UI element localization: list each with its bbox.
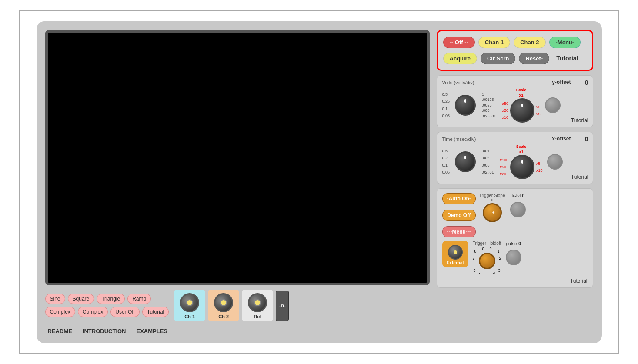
y-offset-label: y-offset [552, 79, 571, 85]
pulse-knob[interactable] [506, 250, 521, 265]
auto-on-button[interactable]: -Auto On- [442, 193, 476, 204]
channel-connectors: Ch 1 Ch 2 Ref -n- [174, 290, 289, 321]
menu-button[interactable]: -Menu- [549, 37, 581, 48]
complex2-button[interactable]: Complex [78, 307, 108, 317]
ref-knob[interactable] [248, 293, 267, 312]
volts-section: Volts (volts/div) y-offset 0 0.5 0.25 0.… [437, 75, 593, 127]
volts-knob-container [455, 95, 476, 116]
top-tutorial-label: Tutorial [556, 55, 578, 62]
triangle-button[interactable]: Triangle [97, 294, 125, 304]
holdoff-knob[interactable] [479, 253, 495, 269]
y-offset-knob-container [545, 97, 561, 113]
right-panel: -- Off -- Chan 1 Chan 2 -Menu- Acquire C… [437, 30, 593, 334]
ref-label: Ref [254, 314, 261, 319]
examples-link[interactable]: EXAMPLES [137, 328, 168, 334]
volts-knob[interactable] [455, 95, 476, 116]
scale-label: Scale [502, 88, 541, 92]
time-scale-left-mults: x100 x50 x20 [500, 158, 509, 176]
ch2-knob[interactable] [214, 293, 233, 312]
left-panel: Sine Square Triangle Ramp Complex Comple… [45, 30, 430, 334]
volts-left-scale: 0.5 0.25 0.1 0.05 [442, 92, 450, 118]
time-scale-knob-area: Scale x1 x100 x50 x20 x5 x10 [500, 144, 543, 179]
scale-left-mults: x50 x20 x10 [502, 101, 509, 120]
scale-x1: x1 [502, 93, 541, 97]
time-row: 0.5 0.2 0.1 0.05 .001 .002 .005 .02 .01 [442, 144, 588, 179]
n-button[interactable]: -n- [276, 291, 289, 321]
readme-link[interactable]: README [48, 328, 72, 334]
ch1-connector[interactable]: Ch 1 [174, 290, 205, 321]
time-tutorial-label: Tutorial [571, 174, 588, 180]
complex1-button[interactable]: Complex [45, 307, 75, 317]
ch1-label: Ch 1 [184, 314, 195, 319]
x-offset-knob-container [547, 154, 563, 170]
user-off-button[interactable]: User Off [110, 307, 139, 317]
clr-scrn-button[interactable]: Clr Scrn [481, 53, 516, 64]
ch1-knob[interactable] [180, 293, 199, 312]
chan2-button[interactable]: Chan 2 [514, 37, 545, 48]
trigger-menu-button[interactable]: ---Menu--- [442, 226, 476, 237]
x-offset-value: 0 [585, 136, 588, 143]
bottom-controls: Sine Square Triangle Ramp Complex Comple… [45, 290, 430, 321]
trigger-section: -Auto On- Demo Off ---Menu--- Trigger Sl… [437, 188, 593, 288]
time-knob-container [455, 151, 476, 172]
acquire-button[interactable]: Acquire [443, 53, 477, 64]
trigger-slope-value: 0 [491, 198, 493, 202]
trlvl-knob[interactable] [510, 202, 526, 217]
waveform-row-1: Sine Square Triangle Ramp [45, 294, 169, 304]
time-right-scale: .001 .002 .005 .02 .01 [482, 149, 494, 175]
bottom-nav: README INTRODUCTION EXAMPLES [45, 325, 430, 334]
scale-knob-row: x50 x20 x10 x2 x5 [502, 98, 541, 123]
volts-right-scale: 1 .00125 .0025 .005 .025 .01 [482, 92, 496, 118]
trigger-content: -Auto On- Demo Off ---Menu--- Trigger Sl… [442, 193, 588, 237]
introduction-link[interactable]: INTRODUCTION [83, 328, 126, 334]
trigger-slope-knob[interactable]: - + [483, 203, 502, 222]
chan1-button[interactable]: Chan 1 [478, 37, 510, 48]
scale-knob[interactable] [510, 98, 534, 123]
outer-border: Sine Square Triangle Ramp Complex Comple… [19, 10, 619, 354]
ch2-connector[interactable]: Ch 2 [208, 290, 239, 321]
time-scale-x1: x1 [500, 150, 543, 154]
trlvl-label: tr-lvl 0 [512, 193, 525, 198]
trigger-holdoff-area: Trigger Holdoff 0 1 2 3 4 5 6 7 8 [472, 241, 502, 276]
pulse-area: pulse 0 [506, 241, 521, 265]
ramp-button[interactable]: Ramp [127, 294, 151, 304]
time-knob[interactable] [455, 151, 476, 172]
oscilloscope-body: Sine Square Triangle Ramp Complex Comple… [37, 21, 602, 343]
demo-off-button[interactable]: Demo Off [442, 210, 476, 221]
time-scale-knob-row: x100 x50 x20 x5 x10 [500, 155, 543, 179]
waveform-row-2: Complex Complex User Off Tutorial [45, 307, 169, 317]
pulse-label: pulse 0 [506, 241, 521, 246]
top-control-box: -- Off -- Chan 1 Chan 2 -Menu- Acquire C… [437, 30, 593, 71]
trigger-slope-area: Trigger Slope 0 - + [479, 193, 505, 237]
time-scale-label: Scale [500, 144, 543, 149]
ref-connector[interactable]: Ref [242, 290, 273, 321]
y-offset-knob[interactable] [545, 97, 561, 113]
scale-right-mults: x2 x5 [536, 105, 541, 116]
holdoff-knob-area: 0 1 2 3 4 5 6 7 8 9 [472, 246, 502, 276]
x-offset-knob[interactable] [547, 154, 563, 170]
square-button[interactable]: Square [68, 294, 94, 304]
scale-knob-area: Scale x1 x50 x20 x10 x2 x5 [502, 88, 541, 123]
waveform-buttons: Sine Square Triangle Ramp Complex Comple… [45, 294, 169, 317]
sine-button[interactable]: Sine [45, 294, 65, 304]
ch2-label: Ch 2 [218, 314, 229, 319]
reset-button[interactable]: Reset- [519, 53, 549, 64]
ctrl-row-2: Acquire Clr Scrn Reset- Tutorial [443, 53, 587, 64]
time-section: Time (msec/div) x-offset 0 0.5 0.2 0.1 0… [437, 132, 593, 184]
time-scale-right-mults: x5 x10 [536, 161, 543, 173]
x-offset-label: x-offset [552, 136, 571, 142]
time-left-scale: 0.5 0.2 0.1 0.05 [442, 149, 450, 175]
trigger-holdoff-title: Trigger Holdoff [473, 241, 501, 246]
trigger-bottom: External Trigger Holdoff 0 1 2 3 4 5 [442, 241, 588, 276]
external-connector[interactable]: External [442, 241, 468, 267]
time-scale-knob[interactable] [510, 155, 534, 179]
waveform-tutorial-button[interactable]: Tutorial [142, 307, 169, 317]
external-knob[interactable] [448, 245, 463, 260]
volts-tutorial-label: Tutorial [571, 117, 588, 124]
off-button[interactable]: -- Off -- [443, 37, 475, 48]
y-offset-value: 0 [585, 79, 588, 86]
ctrl-row-1: -- Off -- Chan 1 Chan 2 -Menu- [443, 37, 587, 48]
trigger-buttons: -Auto On- Demo Off ---Menu--- [442, 193, 476, 237]
trigger-slope-title: Trigger Slope [479, 193, 505, 198]
trigger-tutorial-label: Tutorial [442, 278, 588, 284]
